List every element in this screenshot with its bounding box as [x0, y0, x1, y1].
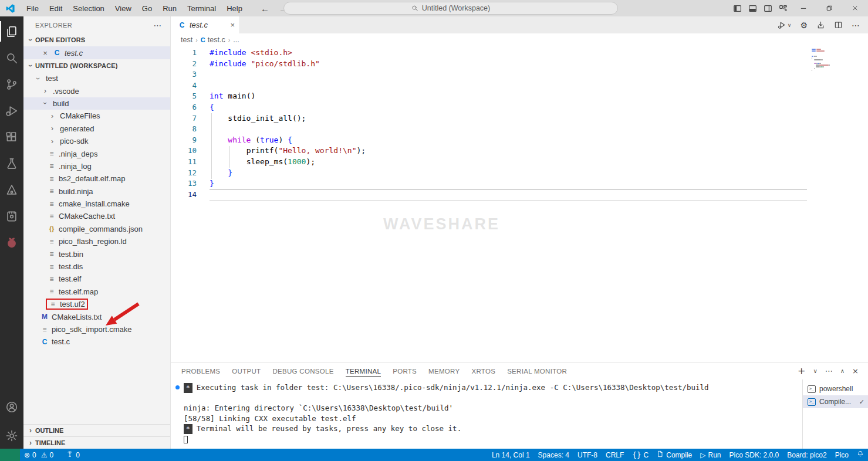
status-bell[interactable]	[853, 449, 868, 461]
status-crlf[interactable]: CRLF	[602, 449, 628, 461]
launch-profile-chevron-icon[interactable]: ∨	[813, 368, 817, 374]
open-editors-section[interactable]: › OPEN EDITORS	[23, 33, 170, 46]
terminal-instance-compile-[interactable]: >_Compile...✓	[803, 395, 868, 408]
panel-tab-serial-monitor[interactable]: SERIAL MONITOR	[501, 362, 573, 379]
tree-file-test-c[interactable]: Ctest.c	[23, 335, 170, 348]
status-board-pico2[interactable]: Board: pico2	[783, 449, 830, 461]
raspberry-pi-pico-icon[interactable]	[0, 229, 23, 256]
status-spaces-4[interactable]: Spaces: 4	[534, 449, 573, 461]
ports-status[interactable]: 0	[62, 449, 84, 461]
tree-file-pico-sdk-import-cmake[interactable]: ≡pico_sdk_import.cmake	[23, 323, 170, 335]
panel-tab-memory[interactable]: MEMORY	[423, 362, 465, 379]
breadcrumb-symbol[interactable]: ...	[233, 36, 239, 44]
menu-edit[interactable]: Edit	[44, 0, 67, 16]
new-terminal-icon[interactable]: +	[798, 365, 805, 377]
more-actions-icon[interactable]: ⋯	[825, 367, 833, 375]
close-icon[interactable]: ×	[41, 49, 49, 57]
menu-help[interactable]: Help	[221, 0, 248, 16]
minimize-button[interactable]	[791, 0, 816, 16]
panel-tab-ports[interactable]: PORTS	[387, 362, 423, 379]
status-c[interactable]: {}C	[628, 449, 653, 461]
restore-button[interactable]	[816, 0, 842, 16]
settings-icon[interactable]	[0, 422, 23, 449]
panel-tab-terminal[interactable]: TERMINAL	[340, 362, 387, 379]
tree-file--ninja-deps[interactable]: ≡.ninja_deps	[23, 147, 170, 160]
panel-tab-problems[interactable]: PROBLEMS	[175, 362, 226, 379]
search-icon[interactable]	[0, 45, 23, 71]
menu-run[interactable]: Run	[157, 0, 182, 16]
tree-file-test-dis[interactable]: ≡test.dis	[23, 260, 170, 273]
panel-tab-debug-console[interactable]: DEBUG CONSOLE	[266, 362, 339, 379]
toggle-sidebar-icon[interactable]	[729, 0, 745, 16]
tree-file-bs2-default-elf-map[interactable]: ≡bs2_default.elf.map	[23, 172, 170, 185]
tree-folder-cmakefiles[interactable]: ›CMakeFiles	[23, 110, 170, 122]
tree-folder-build[interactable]: ›build	[23, 97, 170, 110]
tree-file-build-ninja[interactable]: ≡build.ninja	[23, 185, 170, 198]
tree-file-cmake-install-cmake[interactable]: ≡cmake_install.cmake	[23, 198, 170, 210]
status-pico[interactable]: Pico	[831, 449, 853, 461]
tree-file-test-uf2[interactable]: ≡test.uf2	[23, 298, 170, 310]
run-or-debug-button[interactable]: ∨	[778, 21, 792, 29]
deploy-icon[interactable]	[816, 21, 825, 29]
tree-file--ninja-log[interactable]: ≡.ninja_log	[23, 160, 170, 172]
more-actions-icon[interactable]: ⋯	[852, 21, 860, 30]
panel-tab-output[interactable]: OUTPUT	[226, 362, 266, 379]
tree-file-compile-commands-json[interactable]: {}compile_commands.json	[23, 223, 170, 235]
tree-folder-generated[interactable]: ›generated	[23, 123, 170, 135]
extensions-icon[interactable]	[0, 124, 23, 150]
menu-selection[interactable]: Selection	[67, 0, 109, 16]
status-run[interactable]: ▷Run	[696, 449, 725, 461]
line-number: 2	[171, 59, 197, 70]
outline-section[interactable]: › OUTLINE	[23, 424, 170, 436]
minimap[interactable]	[812, 49, 862, 73]
tree-file-test-elf[interactable]: ≡test.elf	[23, 273, 170, 285]
back-arrow-icon[interactable]: ←	[261, 4, 269, 13]
tree-file-cmakecache-txt[interactable]: ≡CMakeCache.txt	[23, 210, 170, 222]
status-compile[interactable]: Compile	[653, 449, 696, 461]
command-center-search[interactable]: Untitled (Workspace)	[283, 2, 618, 15]
open-editor-item-testc[interactable]: × C test.c	[23, 46, 170, 59]
timeline-section[interactable]: › TIMELINE	[23, 436, 170, 449]
tree-file-test-elf-map[interactable]: ≡test.elf.map	[23, 286, 170, 298]
menu-go[interactable]: Go	[137, 0, 157, 16]
menu-file[interactable]: File	[21, 0, 44, 16]
explorer-icon[interactable]	[0, 18, 23, 45]
terminal-output[interactable]: *Executing task in folder test: C:\Users…	[171, 379, 802, 449]
menu-view[interactable]: View	[110, 0, 137, 16]
split-editor-icon[interactable]	[834, 21, 843, 29]
tree-file-pico-flash-region-ld[interactable]: ≡pico_flash_region.ld	[23, 235, 170, 248]
tree-file-cmakelists-txt[interactable]: MCMakeLists.txt	[23, 310, 170, 323]
tree-folder--vscode[interactable]: ›.vscode	[23, 84, 170, 97]
tree-folder-pico-sdk[interactable]: ›pico-sdk	[23, 135, 170, 147]
close-button[interactable]	[842, 0, 868, 16]
code-editor[interactable]: 1#include <stdio.h>2#include "pico/stdli…	[171, 46, 868, 362]
maximize-panel-icon[interactable]: ∧	[840, 368, 845, 374]
tree-folder-test[interactable]: ›test	[23, 72, 170, 84]
close-panel-icon[interactable]: ×	[852, 367, 859, 375]
terminal-instance-powershell[interactable]: >_powershell	[803, 382, 868, 395]
source-control-icon[interactable]	[0, 71, 23, 97]
toggle-panel-icon[interactable]	[745, 0, 760, 16]
toggle-secondary-sidebar-icon[interactable]	[760, 0, 775, 16]
run-and-debug-icon[interactable]	[0, 97, 23, 124]
tree-file-test-bin[interactable]: ≡test.bin	[23, 248, 170, 260]
problems-status[interactable]: ⊗0⚠0	[20, 449, 58, 461]
remote-indicator[interactable]	[0, 449, 20, 461]
status-pico-sdk-2-0-0[interactable]: Pico SDK: 2.0.0	[725, 449, 783, 461]
breadcrumb-folder[interactable]: test	[181, 36, 192, 44]
tab-close-icon[interactable]: ×	[230, 21, 235, 29]
tab-testc[interactable]: C test.c ×	[171, 16, 240, 33]
panel-tab-xrtos[interactable]: XRTOS	[465, 362, 501, 379]
status-utf-8[interactable]: UTF-8	[573, 449, 602, 461]
accounts-icon[interactable]	[0, 394, 23, 420]
breadcrumb-file[interactable]: test.c	[208, 36, 225, 44]
settings-gear-icon[interactable]: ⚙	[800, 21, 808, 30]
cmake-tools-icon[interactable]	[0, 177, 23, 203]
testing-icon[interactable]	[0, 150, 23, 177]
explorer-actions-icon[interactable]: ⋯	[154, 21, 162, 30]
pico-project-icon[interactable]	[0, 203, 23, 229]
menu-terminal[interactable]: Terminal	[182, 0, 221, 16]
workspace-section[interactable]: › UNTITLED (WORKSPACE)	[23, 59, 170, 72]
customize-layout-icon[interactable]	[775, 0, 791, 16]
status-ln-14-col-1[interactable]: Ln 14, Col 1	[488, 449, 534, 461]
